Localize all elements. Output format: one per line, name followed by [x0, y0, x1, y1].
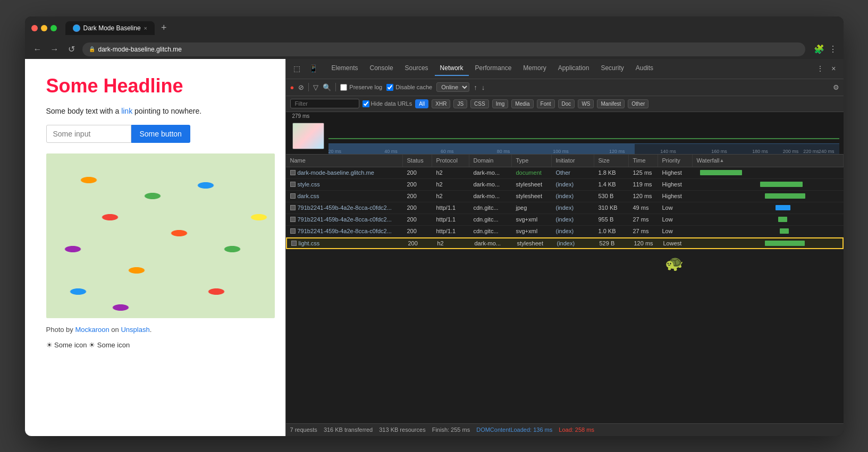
- tab-network[interactable]: Network: [435, 61, 469, 76]
- td-time: 27 ms: [629, 214, 658, 225]
- inspect-icon[interactable]: ⬚: [290, 62, 304, 75]
- td-domain: cdn.gitc...: [469, 214, 512, 225]
- tab-application[interactable]: Application: [553, 61, 595, 76]
- th-type[interactable]: Type: [512, 155, 552, 167]
- th-status[interactable]: Status: [403, 155, 432, 167]
- photo-credit-site[interactable]: Unsplash: [121, 326, 149, 334]
- td-waterfall: [693, 202, 844, 214]
- th-protocol[interactable]: Protocol: [432, 155, 469, 167]
- waterfall-bar: [778, 217, 787, 222]
- search-button[interactable]: 🔍: [323, 83, 331, 91]
- filter-doc-btn[interactable]: Doc: [558, 99, 575, 108]
- row-icon: [290, 170, 296, 175]
- forward-button[interactable]: →: [48, 45, 61, 54]
- some-input[interactable]: [46, 125, 131, 143]
- filter-font-btn[interactable]: Font: [537, 99, 555, 108]
- filter-media-btn[interactable]: Media: [511, 99, 533, 108]
- timeline-thumb-image: [293, 123, 324, 149]
- tab-memory[interactable]: Memory: [518, 61, 551, 76]
- table-row[interactable]: 791b2241-459b-4a2e-8cca-c0fdc2... 200 ht…: [286, 202, 844, 214]
- clear-button[interactable]: ⊘: [298, 83, 304, 91]
- preserve-log-checkbox[interactable]: Preserve log: [340, 84, 382, 91]
- filter-img-btn[interactable]: Img: [492, 99, 509, 108]
- td-time: 120 ms: [629, 191, 658, 202]
- device-icon[interactable]: 📱: [306, 62, 321, 75]
- table-row[interactable]: 791b2241-459b-4a2e-8cca-c0fdc2... 200 ht…: [286, 226, 844, 237]
- back-button[interactable]: ←: [31, 45, 44, 54]
- extensions-button[interactable]: 🧩: [814, 44, 824, 54]
- webpage-headline: Some Headline: [46, 75, 264, 97]
- td-time: 119 ms: [629, 179, 658, 190]
- some-button[interactable]: Some button: [131, 125, 190, 143]
- network-table[interactable]: Name Status Protocol Domain Type Initiat…: [286, 155, 844, 423]
- th-waterfall[interactable]: Waterfall ▲: [693, 155, 844, 167]
- active-tab[interactable]: 🌐 Dark Mode Baseline ×: [65, 21, 155, 35]
- table-row[interactable]: style.css 200 h2 dark-mo... stylesheet (…: [286, 179, 844, 191]
- filter-manifest-btn[interactable]: Manifest: [597, 99, 625, 108]
- close-traffic-light[interactable]: [31, 25, 38, 31]
- table-row[interactable]: 791b2241-459b-4a2e-8cca-c0fdc2... 200 ht…: [286, 214, 844, 226]
- th-domain[interactable]: Domain: [469, 155, 512, 167]
- tab-audits[interactable]: Audits: [630, 61, 659, 76]
- status-transferred: 316 KB transferred: [324, 427, 373, 433]
- td-priority: Lowest: [659, 238, 694, 248]
- hide-data-urls-checkbox[interactable]: Hide data URLs: [363, 100, 412, 107]
- th-name[interactable]: Name: [286, 155, 403, 167]
- menu-button[interactable]: ⋮: [829, 44, 837, 54]
- td-waterfall: [693, 191, 844, 202]
- td-time: 49 ms: [629, 202, 658, 214]
- throttle-select[interactable]: Online: [436, 82, 469, 92]
- tab-performance[interactable]: Performance: [470, 61, 517, 76]
- new-tab-button[interactable]: +: [157, 22, 171, 33]
- devtools-close-button[interactable]: ×: [828, 62, 839, 75]
- td-status: 200: [403, 191, 432, 202]
- filter-css-btn[interactable]: CSS: [470, 99, 489, 108]
- disable-cache-input[interactable]: [386, 84, 393, 91]
- td-type: stylesheet: [513, 238, 553, 248]
- filter-button[interactable]: ▽: [313, 83, 318, 91]
- filter-xhr-btn[interactable]: XHR: [432, 99, 450, 108]
- status-dom-content: DOMContentLoaded: 136 ms: [476, 427, 552, 433]
- td-priority: Low: [658, 214, 693, 225]
- tab-elements[interactable]: Elements: [326, 61, 364, 76]
- devtools-left-icons: ⬚ 📱: [290, 62, 321, 75]
- filter-all-btn[interactable]: All: [415, 99, 428, 108]
- disable-cache-checkbox[interactable]: Disable cache: [386, 84, 432, 91]
- filter-ws-btn[interactable]: WS: [578, 99, 594, 108]
- tab-sources[interactable]: Sources: [400, 61, 434, 76]
- th-priority[interactable]: Priority: [658, 155, 693, 167]
- table-row[interactable]: dark.css 200 h2 dark-mo... stylesheet (i…: [286, 191, 844, 202]
- filter-input[interactable]: [290, 99, 359, 108]
- hide-data-urls-input[interactable]: [363, 100, 369, 107]
- photo-credit-author[interactable]: Mockaroon: [75, 326, 109, 334]
- refresh-button[interactable]: ↺: [65, 44, 78, 54]
- th-time[interactable]: Time: [629, 155, 658, 167]
- tab-security[interactable]: Security: [595, 61, 629, 76]
- tab-console[interactable]: Console: [365, 61, 399, 76]
- th-size[interactable]: Size: [594, 155, 629, 167]
- record-button[interactable]: ●: [290, 83, 294, 91]
- address-field[interactable]: 🔒 dark-mode-baseline.glitch.me: [82, 42, 805, 56]
- devtools-more-button[interactable]: ⋮: [813, 62, 827, 75]
- fullscreen-traffic-light[interactable]: [50, 25, 57, 31]
- td-name: light.css: [287, 238, 404, 248]
- photo-credit-suffix: .: [150, 326, 152, 334]
- preserve-log-input[interactable]: [340, 84, 347, 91]
- table-row[interactable]: dark-mode-baseline.glitch.me 200 h2 dark…: [286, 167, 844, 179]
- turtle-emoji: 🐢: [665, 254, 684, 272]
- filter-other-btn[interactable]: Other: [628, 99, 648, 108]
- th-initiator[interactable]: Initiator: [552, 155, 594, 167]
- settings-icon[interactable]: ⚙: [833, 83, 839, 91]
- row-name: 791b2241-459b-4a2e-8cca-c0fdc2...: [298, 228, 392, 234]
- td-name: 791b2241-459b-4a2e-8cca-c0fdc2...: [286, 202, 403, 214]
- tab-close-button[interactable]: ×: [144, 25, 147, 31]
- minimize-traffic-light[interactable]: [41, 25, 47, 31]
- table-row[interactable]: light.css 200 h2 dark-mo... stylesheet (…: [286, 237, 844, 249]
- download-icon: ↓: [482, 83, 485, 91]
- body-link[interactable]: link: [121, 107, 132, 115]
- timeline-thumbnail: [292, 123, 324, 149]
- empty-space: 🐢: [286, 249, 844, 281]
- row-name: dark-mode-baseline.glitch.me: [298, 169, 374, 176]
- row-name: 791b2241-459b-4a2e-8cca-c0fdc2...: [298, 204, 392, 211]
- filter-js-btn[interactable]: JS: [453, 99, 467, 108]
